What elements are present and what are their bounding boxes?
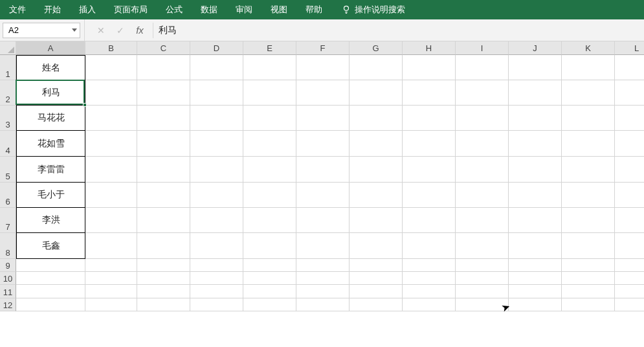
cell-E10[interactable] [243,272,296,285]
cell-J9[interactable] [509,259,562,272]
cell-D8[interactable] [190,233,243,259]
cell-F5[interactable] [296,157,350,183]
column-header-I[interactable]: I [456,41,509,55]
cell-C3[interactable] [137,106,190,131]
cell-H12[interactable] [403,298,456,311]
cell-L8[interactable] [615,233,644,259]
cell-L5[interactable] [615,157,644,183]
cell-C5[interactable] [137,157,190,183]
cell-B6[interactable] [85,183,137,208]
enter-button[interactable]: ✓ [111,23,129,38]
cell-I8[interactable] [456,233,509,259]
cell-A3[interactable]: 马花花 [16,106,85,131]
cell-F6[interactable] [296,183,350,208]
cell-E5[interactable] [243,157,296,183]
cell-F8[interactable] [296,233,350,259]
cell-D12[interactable] [190,298,243,311]
tab-formulas[interactable]: 公式 [157,0,192,19]
cell-H2[interactable] [403,80,456,106]
cell-I12[interactable] [456,298,509,311]
cell-B4[interactable] [85,131,137,157]
row-header-2[interactable]: 2 [0,80,16,106]
cell-L2[interactable] [615,80,644,106]
cell-I10[interactable] [456,272,509,285]
cell-I3[interactable] [456,106,509,131]
cell-J6[interactable] [509,183,562,208]
cell-I6[interactable] [456,183,509,208]
cell-K4[interactable] [562,131,615,157]
cell-J2[interactable] [509,80,562,106]
cell-H10[interactable] [403,272,456,285]
cell-F11[interactable] [296,285,350,298]
cell-J5[interactable] [509,157,562,183]
select-all-corner[interactable] [0,41,16,55]
cell-K12[interactable] [562,298,615,311]
cell-K10[interactable] [562,272,615,285]
cell-I5[interactable] [456,157,509,183]
cell-B3[interactable] [85,106,137,131]
cell-G7[interactable] [350,208,403,233]
tab-help[interactable]: 帮助 [296,0,331,19]
cell-G1[interactable] [350,55,403,80]
cell-E1[interactable] [243,55,296,80]
cell-G4[interactable] [350,131,403,157]
column-header-E[interactable]: E [243,41,296,55]
cell-C10[interactable] [137,272,190,285]
cell-D7[interactable] [190,208,243,233]
cell-L7[interactable] [615,208,644,233]
cell-D3[interactable] [190,106,243,131]
cell-C7[interactable] [137,208,190,233]
cell-D11[interactable] [190,285,243,298]
cell-C12[interactable] [137,298,190,311]
cell-K11[interactable] [562,285,615,298]
insert-function-button[interactable]: fx [131,23,149,38]
tab-home[interactable]: 开始 [35,0,70,19]
cell-J1[interactable] [509,55,562,80]
cell-C1[interactable] [137,55,190,80]
cell-G10[interactable] [350,272,403,285]
cell-H5[interactable] [403,157,456,183]
cell-E6[interactable] [243,183,296,208]
cell-H6[interactable] [403,183,456,208]
cell-L11[interactable] [615,285,644,298]
cell-E2[interactable] [243,80,296,106]
cell-H8[interactable] [403,233,456,259]
cell-H11[interactable] [403,285,456,298]
row-header-6[interactable]: 6 [0,183,16,208]
cell-J3[interactable] [509,106,562,131]
tell-me-search[interactable]: 操作说明搜索 [331,4,405,16]
cell-B8[interactable] [85,233,137,259]
cell-J10[interactable] [509,272,562,285]
cell-D2[interactable] [190,80,243,106]
cell-G3[interactable] [350,106,403,131]
column-header-G[interactable]: G [350,41,403,55]
cell-J8[interactable] [509,233,562,259]
row-header-5[interactable]: 5 [0,157,16,183]
cell-C4[interactable] [137,131,190,157]
cancel-button[interactable]: ✕ [92,23,110,38]
column-header-H[interactable]: H [403,41,456,55]
column-header-F[interactable]: F [296,41,350,55]
cell-D9[interactable] [190,259,243,272]
cell-G8[interactable] [350,233,403,259]
cell-K2[interactable] [562,80,615,106]
cell-F12[interactable] [296,298,350,311]
cell-G6[interactable] [350,183,403,208]
cell-B10[interactable] [85,272,137,285]
cell-J7[interactable] [509,208,562,233]
cell-D5[interactable] [190,157,243,183]
name-box[interactable]: A2 [3,23,80,38]
cell-L6[interactable] [615,183,644,208]
cell-I11[interactable] [456,285,509,298]
column-header-K[interactable]: K [562,41,615,55]
cell-C11[interactable] [137,285,190,298]
tab-file[interactable]: 文件 [0,0,35,19]
cell-K6[interactable] [562,183,615,208]
cell-J4[interactable] [509,131,562,157]
cell-B12[interactable] [85,298,137,311]
cell-B7[interactable] [85,208,137,233]
cell-A6[interactable]: 毛小于 [16,183,85,208]
cell-C2[interactable] [137,80,190,106]
tab-review[interactable]: 审阅 [227,0,261,19]
cell-E12[interactable] [243,298,296,311]
